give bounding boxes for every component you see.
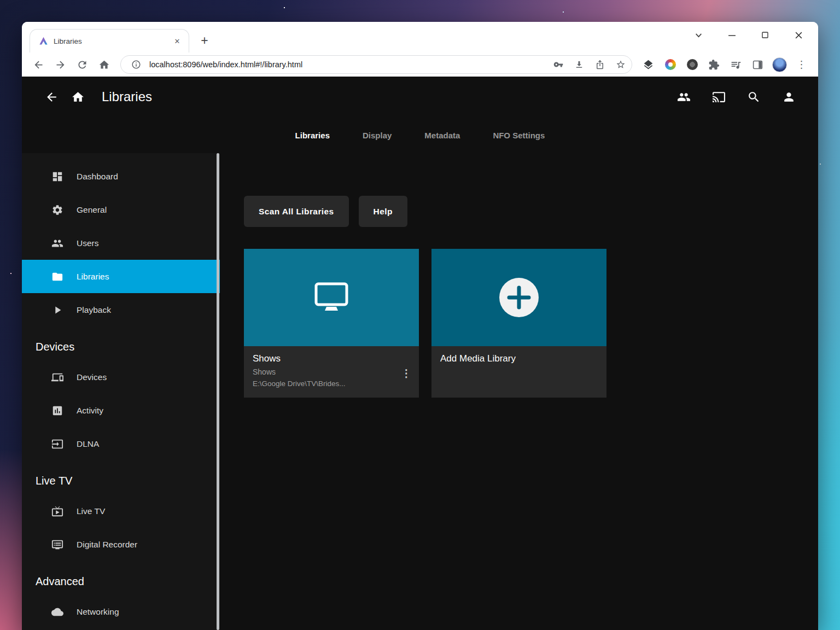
add-card-image[interactable] [431,249,606,346]
home-icon[interactable] [94,55,114,74]
sidebar-item-users[interactable]: Users [22,226,220,260]
install-download-icon[interactable] [571,57,587,72]
sidebar-item-label: Devices [77,372,107,382]
browser-menu-icon[interactable]: ⋮ [791,55,812,74]
color-wheel-extension-icon[interactable] [660,55,680,74]
admin-sidebar: Dashboard General Users Libraries [22,153,220,630]
plus-circle-icon [498,277,540,318]
cloud-icon [51,606,63,618]
header-actions [670,84,802,110]
queue-list-icon[interactable] [726,55,746,74]
actions-row: Scan All Libraries Help [244,196,802,227]
folder-icon [51,271,63,283]
gear-icon [51,204,63,216]
libraries-content: Scan All Libraries Help [220,153,818,630]
library-card-shows[interactable]: Shows Shows E:\Google Drive\TV\Brides...… [244,249,419,398]
tab-search-chevron-icon[interactable] [692,28,705,42]
card-menu-icon[interactable]: ⋮ [398,365,415,381]
sidebar-section-advanced: Advanced [22,561,220,595]
sidebar-section-devices: Devices [22,326,220,360]
sidebar-item-dashboard[interactable]: Dashboard [22,160,220,193]
bookmark-star-icon[interactable] [613,57,628,72]
tv-icon [308,275,354,320]
sidebar-item-digital-recorder[interactable]: Digital Recorder [22,528,220,561]
dlna-input-icon [51,438,63,450]
page-info-icon[interactable] [129,57,144,72]
tab-display[interactable]: Display [351,125,404,145]
sidebar-section-live-tv: Live TV [22,460,220,494]
sidebar-item-activity[interactable]: Activity [22,394,220,427]
cast-icon[interactable] [705,84,732,110]
shows-card-footer: Shows Shows E:\Google Drive\TV\Brides...… [244,346,419,398]
sidebar-item-label: Users [77,238,98,248]
app-back-icon[interactable] [38,84,65,110]
close-window-button[interactable] [792,28,805,42]
jellyfin-app: Libraries Libraries [22,77,818,630]
app-header: Libraries [22,77,818,117]
help-button[interactable]: Help [359,196,407,227]
page-title: Libraries [102,89,152,104]
layers-extension-icon[interactable] [638,55,658,74]
sidebar-item-label: Live TV [77,506,105,516]
share-icon[interactable] [592,57,608,72]
side-panel-icon[interactable] [748,55,768,74]
new-tab-button[interactable]: + [196,32,213,49]
library-cards: Shows Shows E:\Google Drive\TV\Brides...… [244,249,802,398]
settings-tabs: Libraries Display Metadata NFO Settings [22,117,818,153]
card-subtitle: Shows [253,368,410,376]
card-path: E:\Google Drive\TV\Brides... [253,380,410,388]
url-text[interactable]: localhost:8096/web/index.html#!/library.… [149,60,545,69]
live-tv-icon [51,505,63,517]
app-home-icon[interactable] [65,84,91,110]
sidebar-item-label: Activity [77,406,103,416]
browser-tab-libraries[interactable]: Libraries ✕ [30,29,189,52]
user-profile-icon[interactable] [775,84,802,110]
password-key-icon[interactable] [551,57,566,72]
sidebar-item-label: Playback [77,305,111,315]
media-extension-icon[interactable] [682,55,702,74]
scan-all-libraries-button[interactable]: Scan All Libraries [244,196,349,227]
reload-icon[interactable] [72,55,92,74]
card-title: Add Media Library [440,353,598,364]
address-bar[interactable]: localhost:8096/web/index.html#!/library.… [120,55,632,74]
browser-tabstrip: Libraries ✕ + [22,22,818,52]
sidebar-item-libraries[interactable]: Libraries [22,260,220,293]
extensions-puzzle-icon[interactable] [704,55,724,74]
dashboard-icon [51,171,63,183]
devices-icon [51,371,63,383]
back-icon[interactable] [28,55,49,74]
sidebar-scrollbar[interactable] [217,153,219,630]
profile-avatar[interactable] [769,55,790,74]
jellyfin-favicon-icon [39,37,48,46]
card-title: Shows [253,353,410,364]
tab-libraries[interactable]: Libraries [283,125,342,145]
sidebar-item-playback[interactable]: Playback [22,293,220,326]
minimize-button[interactable] [725,28,738,42]
sidebar-item-live-tv[interactable]: Live TV [22,494,220,528]
tab-title: Libraries [54,37,166,45]
app-body: Dashboard General Users Libraries [22,153,818,630]
tab-nfo-settings[interactable]: NFO Settings [481,125,557,145]
sidebar-item-general[interactable]: General [22,193,220,226]
sidebar-item-devices[interactable]: Devices [22,360,220,394]
dvr-icon [51,539,63,551]
window-controls [692,28,805,42]
user-groups-icon[interactable] [670,84,697,110]
search-icon[interactable] [740,84,767,110]
add-card-footer: Add Media Library [431,346,606,398]
sidebar-item-label: Digital Recorder [77,540,137,550]
sidebar-item-label: Networking [77,607,119,617]
play-icon [51,304,63,316]
activity-chart-icon [51,405,63,417]
sidebar-item-dlna[interactable]: DLNA [22,427,220,460]
users-icon [51,237,63,249]
browser-toolbar: localhost:8096/web/index.html#!/library.… [22,52,818,77]
sidebar-item-networking[interactable]: Networking [22,595,220,628]
forward-icon[interactable] [50,55,71,74]
tab-metadata[interactable]: Metadata [412,125,472,145]
tab-close-icon[interactable]: ✕ [171,35,183,47]
shows-card-image[interactable] [244,249,419,346]
maximize-button[interactable] [759,28,772,42]
desktop-background: Libraries ✕ + [0,0,840,630]
add-media-library-card[interactable]: Add Media Library [431,249,606,398]
